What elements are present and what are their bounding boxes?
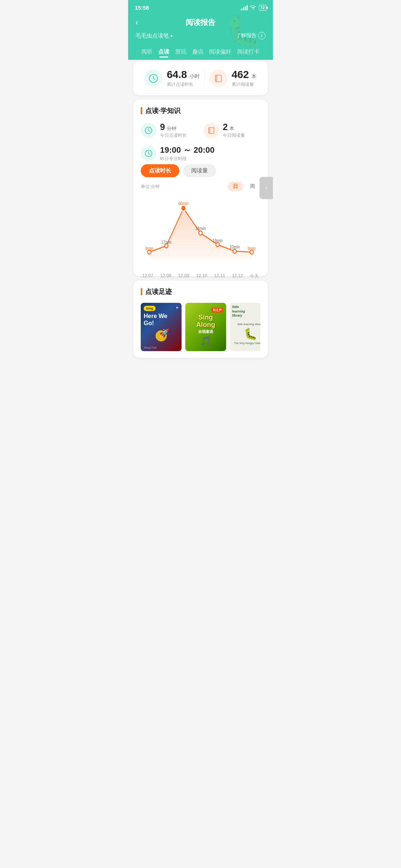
header-row: ‹ 阅读报告: [136, 17, 265, 27]
svg-rect-2: [215, 75, 217, 82]
tab-daka[interactable]: 阅读打卡: [235, 45, 262, 60]
svg-text:17min: 17min: [161, 240, 172, 244]
divider: [204, 69, 205, 88]
pen-selector[interactable]: 毛毛虫点读笔 ▾: [136, 32, 173, 39]
svg-rect-5: [209, 127, 210, 133]
svg-text:9min: 9min: [145, 246, 153, 251]
header-subtitle-row: 毛毛虫点读笔 ▾ 了解报告 i: [136, 32, 265, 39]
tab-bar: 阅听 点读 慧玩 趣说 阅读偏好 阅读打卡: [136, 45, 265, 60]
section-title: 点读·学知识: [141, 106, 260, 115]
chart-controls: 单位:分钟 日 周: [141, 182, 260, 191]
chart-area: 9min 17min 66min 34min 19min 10min 9min …: [141, 195, 260, 269]
page-title: 阅读报告: [186, 17, 215, 27]
line-chart: 9min 17min 66min 34min 19min 10min 9min: [141, 195, 260, 269]
focus-time-row: 19:00 ～ 20:00 昨日专注时段: [141, 145, 260, 162]
orange-bar-icon2: [141, 288, 142, 295]
chevron-down-icon: ▾: [170, 33, 173, 39]
stat-today-time: 9 分钟 今日点读时长: [141, 122, 198, 139]
chart-btn-row: 点读时长 阅读量: [141, 164, 260, 177]
svg-text:9min: 9min: [248, 246, 256, 251]
signal-icon: [241, 5, 248, 10]
orange-bar-icon: [141, 107, 142, 114]
book-here-we-go[interactable]: Sing ▶ Here We Go! 🚀 Story Fun: [141, 303, 182, 351]
main-content: 64.8 小时 累计点读时长 462 本 累计阅读量: [128, 61, 273, 370]
info-button[interactable]: 了解报告 i: [236, 32, 265, 39]
tab-ating[interactable]: 阅听: [139, 45, 155, 60]
stats-grid: 9 分钟 今日点读时长 2 本: [141, 122, 260, 139]
info-icon: i: [258, 32, 265, 39]
svg-text:19min: 19min: [212, 238, 223, 243]
status-bar: 15:58 72: [128, 0, 273, 14]
summary-card: 64.8 小时 累计点读时长 462 本 累计阅读量: [133, 61, 268, 95]
svg-point-13: [233, 249, 236, 253]
svg-text:10min: 10min: [229, 245, 240, 250]
battery-icon: 72: [259, 5, 266, 11]
book-sing-along[interactable]: 彩之声 Sing Along 欢唱童谣 🎵: [185, 303, 226, 351]
footprints-title: 点读足迹: [141, 287, 260, 296]
stat-today-books-text: 2 本 今日阅读量: [223, 122, 245, 139]
next-arrow-button[interactable]: ›: [260, 177, 273, 199]
clock-icon-focus: [141, 146, 156, 161]
book-little-library[interactable]: littlelearninglibrary little learning li…: [230, 303, 260, 351]
stat-today-time-text: 9 分钟 今日点读时长: [160, 122, 187, 139]
reading-time-button[interactable]: 点读时长: [141, 164, 179, 177]
period-buttons: 日 周: [228, 182, 260, 191]
svg-text:34min: 34min: [195, 226, 206, 231]
books-row: Sing ▶ Here We Go! 🚀 Story Fun 彩之声: [141, 303, 260, 351]
svg-text:66min: 66min: [178, 201, 189, 206]
footprints-section: 点读足迹 Sing ▶ Here We Go! 🚀 Story Fun: [133, 281, 268, 358]
book-icon-large: [209, 69, 227, 87]
wifi-icon: [250, 4, 257, 11]
back-button[interactable]: ‹: [136, 18, 138, 27]
svg-point-11: [199, 231, 202, 235]
summary-time: 64.8 小时 累计点读时长: [144, 69, 200, 88]
summary-time-text: 64.8 小时 累计点读时长: [167, 69, 200, 88]
knowledge-section: 点读·学知识 9 分钟 今日点读时长: [133, 100, 268, 276]
reading-count-button[interactable]: 阅读量: [183, 164, 216, 177]
week-button[interactable]: 周: [245, 182, 260, 191]
tab-qushuo[interactable]: 趣说: [190, 45, 206, 60]
book-icon-small: [203, 123, 219, 138]
day-button[interactable]: 日: [228, 182, 243, 191]
clock-icon-small: [141, 123, 156, 138]
svg-point-10: [181, 205, 186, 211]
status-right: 72: [241, 4, 266, 11]
header: 🐛 ‹ 阅读报告 毛毛虫点读笔 ▾ 了解报告 i 阅听 点读 慧玩 趣说: [128, 14, 273, 60]
stat-today-books: 2 本 今日阅读量: [203, 122, 260, 139]
tab-huiwan[interactable]: 慧玩: [173, 45, 189, 60]
status-time: 15:58: [135, 4, 149, 11]
summary-books: 462 本 累计阅读量: [209, 69, 257, 88]
clock-icon-large: [144, 69, 162, 87]
tab-dian[interactable]: 点读: [156, 45, 172, 60]
tab-pianhao[interactable]: 阅读偏好: [207, 45, 234, 60]
bottom-spacer: [128, 362, 273, 370]
svg-point-12: [216, 243, 219, 247]
x-axis: 12.07 12.08 12.09 12.10 12.11 12.12 今天: [141, 271, 260, 279]
summary-books-text: 462 本 累计阅读量: [232, 69, 257, 88]
